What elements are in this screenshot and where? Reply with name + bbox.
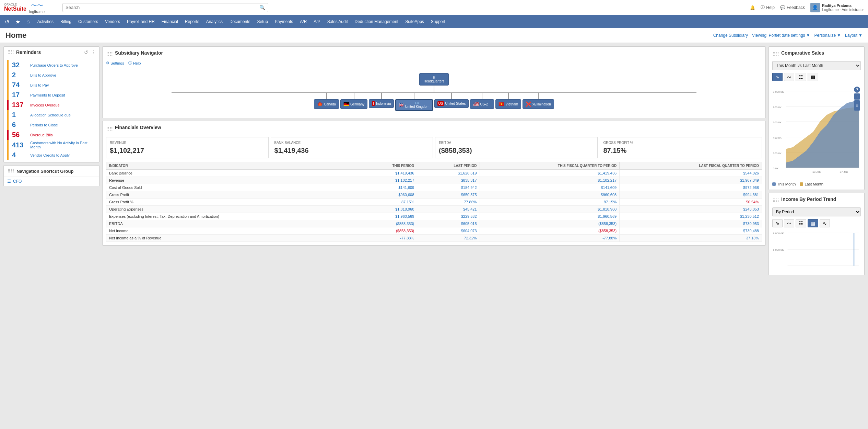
trend-area-button[interactable]: ∿: [772, 219, 783, 227]
nav-billing[interactable]: Billing: [57, 15, 75, 28]
cell-value[interactable]: $1,419,436: [357, 170, 417, 177]
viewing-dropdown[interactable]: Viewing: Portlet date settings ▼: [752, 33, 810, 38]
cell-value[interactable]: $994,381: [620, 191, 762, 199]
income-trend-drag-handle[interactable]: ⠿⠿: [772, 198, 779, 203]
cell-value[interactable]: 87.15%: [357, 199, 417, 206]
org-node-germany[interactable]: 🇩🇪 Germany: [340, 99, 367, 109]
cell-value[interactable]: $1,960,569: [480, 213, 620, 220]
nav-activities[interactable]: Activities: [34, 15, 57, 28]
reminder-label[interactable]: Periods to Close: [30, 123, 58, 127]
help-button[interactable]: ⓘ Help: [761, 4, 775, 10]
nav-payments[interactable]: Payments: [271, 15, 296, 28]
reminders-refresh-button[interactable]: ↺: [84, 49, 88, 55]
cell-value[interactable]: ($858,353): [357, 227, 417, 235]
nav-shortcut-cfo[interactable]: ☰ CFO: [4, 177, 99, 186]
chart-help-button[interactable]: ?: [854, 87, 860, 93]
trend-line-button[interactable]: ∾: [784, 219, 794, 227]
cell-value[interactable]: 50.54%: [620, 199, 762, 206]
cell-value[interactable]: $605,015: [417, 220, 480, 227]
cell-value[interactable]: $960,608: [480, 191, 620, 199]
cell-value[interactable]: $1,102,217: [357, 177, 417, 184]
cell-value[interactable]: $960,608: [357, 191, 417, 199]
cell-value[interactable]: $45,421: [417, 206, 480, 213]
nav-customers[interactable]: Customers: [75, 15, 102, 28]
nav-payroll[interactable]: Payroll and HR: [124, 15, 158, 28]
cell-value[interactable]: -77.88%: [357, 235, 417, 242]
org-node-uk[interactable]: 🇬🇧 UK United Kingdom: [395, 99, 433, 111]
nav-star-icon[interactable]: ★: [13, 17, 22, 26]
chart-table-button[interactable]: ☷: [796, 73, 806, 81]
chart-area-button[interactable]: ∿: [772, 73, 783, 81]
cell-value[interactable]: $1,419,436: [480, 170, 620, 177]
cell-value[interactable]: ($858,353): [480, 227, 620, 235]
trend-other-button[interactable]: ∿: [820, 219, 830, 227]
nav-support[interactable]: Support: [427, 15, 449, 28]
cell-value[interactable]: $1,960,569: [357, 213, 417, 220]
layout-dropdown[interactable]: Layout ▼: [845, 33, 863, 38]
nav-suiteapps[interactable]: SuiteApps: [402, 15, 427, 28]
cell-value[interactable]: $229,532: [417, 213, 480, 220]
cell-value[interactable]: $141,609: [357, 184, 417, 191]
search-input[interactable]: [66, 5, 259, 10]
financials-drag-handle[interactable]: ⠿⠿: [106, 126, 113, 132]
chart-expand-button[interactable]: ☷: [854, 100, 860, 111]
cell-value[interactable]: $184,942: [417, 184, 480, 191]
cell-value[interactable]: $1,967,349: [620, 177, 762, 184]
nav-setup[interactable]: Setup: [254, 15, 271, 28]
cell-value[interactable]: $1,818,960: [480, 206, 620, 213]
org-node-us2[interactable]: 🇺🇸 US-2: [470, 99, 494, 109]
reminders-menu-button[interactable]: ⋮: [91, 49, 96, 55]
reminder-label[interactable]: Payments to Deposit: [30, 93, 65, 97]
nav-reports[interactable]: Reports: [181, 15, 203, 28]
reminder-label[interactable]: Purchase Orders to Approve: [30, 63, 78, 67]
cell-value[interactable]: ($858,353): [357, 220, 417, 227]
nav-documents[interactable]: Documents: [226, 15, 254, 28]
income-trend-select[interactable]: By Period: [772, 207, 861, 216]
cell-value[interactable]: $604,073: [417, 227, 480, 235]
nav-ap[interactable]: A/P: [310, 15, 324, 28]
cell-value[interactable]: $972,968: [620, 184, 762, 191]
chart-line-button[interactable]: ∾: [784, 73, 794, 81]
cell-value[interactable]: $1,818,960: [357, 206, 417, 213]
cell-value[interactable]: ($858,353): [480, 220, 620, 227]
reminder-label[interactable]: Bills to Approve: [30, 73, 56, 77]
nav-shortcut-drag-handle[interactable]: ⠿⠿: [7, 168, 14, 174]
cell-value[interactable]: $835,317: [417, 177, 480, 184]
reminder-label[interactable]: Bills to Pay: [30, 83, 49, 87]
cell-value[interactable]: $1,102,217: [480, 177, 620, 184]
trend-bar-button[interactable]: ▩: [808, 219, 818, 227]
org-node-canada[interactable]: 🍁 Canada: [314, 99, 339, 109]
nav-home-icon[interactable]: ⌂: [24, 17, 32, 26]
cell-value[interactable]: 77.86%: [417, 199, 480, 206]
cell-value[interactable]: $544,026: [620, 170, 762, 177]
reminders-drag-handle[interactable]: ⠿⠿: [7, 49, 14, 55]
cell-value[interactable]: $650,375: [417, 191, 480, 199]
chart-bar-button[interactable]: ▩: [808, 73, 818, 81]
cell-value[interactable]: 87.15%: [480, 199, 620, 206]
reminder-label[interactable]: Overdue Bills: [30, 133, 52, 137]
org-node-vietnam[interactable]: 🇻🇳 Vietnam: [495, 99, 521, 109]
nav-sales-audit[interactable]: Sales Audit: [324, 15, 351, 28]
org-node-us[interactable]: US United States: [434, 99, 469, 108]
reminder-label[interactable]: Allocation Schedule due: [30, 113, 71, 117]
org-node-hq[interactable]: H Headquarters: [419, 73, 449, 86]
cell-value[interactable]: $243,053: [620, 206, 762, 213]
org-node-indonesia[interactable]: I Indonesia: [369, 99, 394, 108]
reminder-label[interactable]: Invoices Overdue: [30, 103, 60, 107]
chart-info-button[interactable]: i: [854, 93, 860, 100]
feedback-button[interactable]: 💬 Feedback: [780, 5, 805, 10]
nav-vendors[interactable]: Vendors: [102, 15, 124, 28]
change-subsidiary-link[interactable]: Change Subsidiary: [713, 33, 748, 38]
nav-back-icon[interactable]: ↺: [3, 17, 11, 26]
cell-value[interactable]: 37.13%: [620, 235, 762, 242]
org-node-xelimination[interactable]: ❌ xElimination: [523, 99, 554, 109]
cell-value[interactable]: $1,628,619: [417, 170, 480, 177]
cell-value[interactable]: $730,488: [620, 227, 762, 235]
trend-table-button[interactable]: ☷: [796, 219, 806, 227]
cell-value[interactable]: -77.88%: [480, 235, 620, 242]
search-icon[interactable]: 🔍: [259, 5, 265, 10]
nav-ar[interactable]: A/R: [296, 15, 310, 28]
cell-value[interactable]: $730,953: [620, 220, 762, 227]
personalize-dropdown[interactable]: Personalize ▼: [814, 33, 841, 38]
nav-analytics[interactable]: Analytics: [203, 15, 226, 28]
